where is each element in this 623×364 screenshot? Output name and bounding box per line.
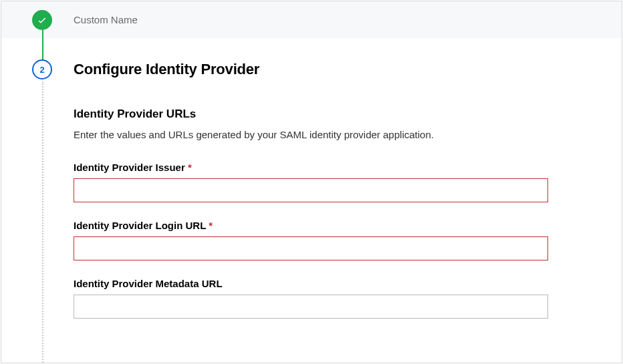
field-login-url: Identity Provider Login URL * bbox=[74, 220, 548, 260]
step-2-title: Configure Identity Provider bbox=[74, 61, 259, 78]
field-issuer-label: Identity Provider Issuer * bbox=[74, 162, 548, 173]
step-1-complete-icon bbox=[32, 10, 52, 30]
step-1-label: Custom Name bbox=[74, 14, 138, 25]
required-asterisk: * bbox=[188, 162, 192, 173]
identity-provider-login-url-input[interactable] bbox=[74, 236, 548, 260]
step-connector-solid bbox=[42, 30, 43, 59]
field-login-url-label: Identity Provider Login URL * bbox=[74, 220, 548, 231]
field-metadata-url: Identity Provider Metadata URL bbox=[74, 278, 548, 319]
step-connector-dotted bbox=[42, 81, 43, 364]
step-2-content: Identity Provider URLs Enter the values … bbox=[74, 108, 548, 319]
identity-provider-metadata-url-input[interactable] bbox=[74, 295, 548, 319]
section-title: Identity Provider URLs bbox=[74, 108, 548, 121]
section-description: Enter the values and URLs generated by y… bbox=[74, 129, 548, 140]
label-text: Identity Provider Login URL bbox=[74, 220, 206, 231]
step-2-number-badge: 2 bbox=[32, 59, 52, 79]
identity-provider-issuer-input[interactable] bbox=[74, 178, 548, 202]
required-asterisk: * bbox=[209, 220, 213, 231]
field-metadata-url-label: Identity Provider Metadata URL bbox=[74, 278, 548, 289]
wizard-container: Custom Name 2 Configure Identity Provide… bbox=[1, 1, 622, 363]
step-2-header: 2 Configure Identity Provider bbox=[1, 59, 622, 79]
label-text: Identity Provider Issuer bbox=[74, 162, 185, 173]
checkmark-icon bbox=[37, 15, 47, 25]
field-issuer: Identity Provider Issuer * bbox=[74, 162, 548, 202]
step-1-header: Custom Name bbox=[1, 1, 622, 38]
